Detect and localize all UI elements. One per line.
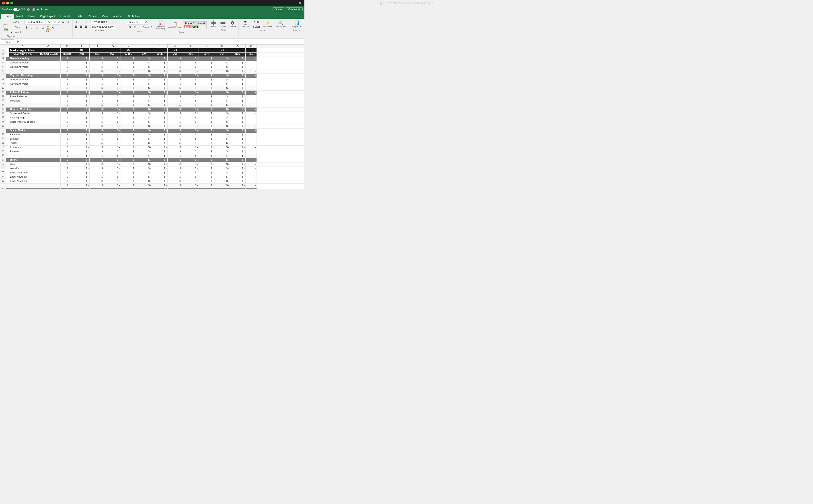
cell-28-10[interactable]: $ - xyxy=(167,175,183,179)
clear-button[interactable]: 🗑 Clear xyxy=(252,24,261,29)
cell-26-1[interactable]: Website xyxy=(9,167,36,171)
cell-12-14[interactable]: $ - xyxy=(230,108,246,112)
cell-2l[interactable]: AUG xyxy=(183,53,199,57)
cell-28-7[interactable]: $ - xyxy=(121,175,136,179)
cell-31-11[interactable]: $ - xyxy=(183,188,199,189)
col-header-p[interactable]: P xyxy=(246,45,257,48)
close-button[interactable] xyxy=(2,2,5,4)
cell-10-0[interactable] xyxy=(6,99,9,103)
align-right-button[interactable]: ☰ xyxy=(84,24,88,29)
cell-26-12[interactable]: $ - xyxy=(199,167,215,171)
cell-25-13[interactable]: $ - xyxy=(215,163,230,167)
cell-31-8[interactable]: $ - xyxy=(136,188,152,189)
col-header-f[interactable]: F xyxy=(90,45,105,48)
cell-7-11[interactable]: $ - xyxy=(183,86,199,90)
cell-31-13[interactable]: $ - xyxy=(215,188,230,189)
cell-5-0[interactable] xyxy=(6,78,9,82)
cell-24-10[interactable]: $ - xyxy=(167,158,183,162)
cell-reference-input[interactable] xyxy=(1,39,14,44)
cell-8-9[interactable]: $ - xyxy=(152,91,167,95)
cell-21-15[interactable]: - xyxy=(246,146,257,150)
cell-17-9[interactable]: $ - xyxy=(152,129,167,133)
cell-5-14[interactable]: $ - xyxy=(230,78,246,82)
cell-18-14[interactable]: $ - xyxy=(230,133,246,137)
cell-17-11[interactable]: $ - xyxy=(183,129,199,133)
col-header-l[interactable]: L xyxy=(183,45,199,48)
cell-12-2[interactable] xyxy=(36,108,61,112)
increase-font-button[interactable]: A+ xyxy=(61,20,66,24)
cell-29-14[interactable]: $ - xyxy=(230,179,246,183)
cell-7-4[interactable]: $ - xyxy=(74,86,90,90)
cell-15-3[interactable]: $ xyxy=(61,120,74,124)
cell-18-7[interactable]: $ - xyxy=(121,133,136,137)
cell-2i[interactable]: MAY xyxy=(136,53,152,57)
cell-23-6[interactable]: $ - xyxy=(105,154,121,158)
comments-button[interactable]: Comments xyxy=(286,7,303,11)
find-select-button[interactable]: 🔍 Find & Select xyxy=(274,20,288,28)
cell-8-6[interactable]: $ - xyxy=(105,91,121,95)
cell-2-8[interactable]: $ - xyxy=(136,65,152,69)
cell-16-3[interactable]: $ xyxy=(61,124,74,128)
cell-0-3[interactable]: $ xyxy=(61,57,74,61)
cell-28-5[interactable]: $ - xyxy=(90,175,105,179)
cell-6-3[interactable]: $ xyxy=(61,82,74,86)
cell-0-14[interactable]: $ - xyxy=(230,57,246,61)
cell-20-10[interactable]: $ - xyxy=(167,141,183,145)
cell-8-15[interactable]: - xyxy=(246,91,257,95)
cell-1h[interactable]: Q2 xyxy=(121,48,136,52)
cell-25-15[interactable]: - xyxy=(246,163,257,167)
cell-30-8[interactable]: $ - xyxy=(136,184,152,188)
cell-11-8[interactable]: $ - xyxy=(136,103,152,107)
cell-25-2[interactable] xyxy=(36,163,61,167)
cell-31-7[interactable]: $ - xyxy=(121,188,136,189)
cell-31-10[interactable]: $ - xyxy=(167,188,183,189)
cell-24-15[interactable]: - xyxy=(246,158,257,162)
cell-4-13[interactable]: $ - xyxy=(215,74,230,78)
cell-9-10[interactable]: $ - xyxy=(167,95,183,99)
cell-11-2[interactable] xyxy=(36,103,61,107)
cell-5-10[interactable]: $ - xyxy=(167,78,183,82)
cell-2-15[interactable]: - xyxy=(246,65,257,69)
cell-16-15[interactable]: - xyxy=(246,124,257,128)
cell-6-6[interactable]: $ - xyxy=(105,82,121,86)
col-header-m[interactable]: M xyxy=(199,45,215,48)
cell-16-4[interactable]: $ - xyxy=(74,124,90,128)
autosum-button[interactable]: Σ AutoSum xyxy=(240,20,251,29)
cell-22-5[interactable]: $ - xyxy=(90,150,105,154)
cell-0-4[interactable]: $ - xyxy=(74,57,90,61)
cell-7-8[interactable]: $ - xyxy=(136,86,152,90)
cell-2-9[interactable]: $ - xyxy=(152,65,167,69)
cell-29-3[interactable]: $ xyxy=(61,179,74,183)
cell-22-1[interactable]: Pinterest xyxy=(9,150,36,154)
cell-21-12[interactable]: $ - xyxy=(199,146,215,150)
cell-3-10[interactable]: $ - xyxy=(167,69,183,73)
cell-6-10[interactable]: $ - xyxy=(167,82,183,86)
cell-9-4[interactable]: $ - xyxy=(74,95,90,99)
cell-28-8[interactable]: $ - xyxy=(136,175,152,179)
undo-icon[interactable]: ↩ xyxy=(37,8,39,11)
underline-button[interactable]: U xyxy=(34,25,39,30)
cell-4-8[interactable]: $ - xyxy=(136,74,152,78)
cell-26-14[interactable]: $ - xyxy=(230,167,246,171)
cell-6-1[interactable]: Google AdWords xyxy=(9,82,36,86)
cell-17-15[interactable]: - xyxy=(246,129,257,133)
cell-25-8[interactable]: $ - xyxy=(136,163,152,167)
cell-21-5[interactable]: $ - xyxy=(90,146,105,150)
cell-14-0[interactable] xyxy=(6,116,9,120)
currency-button[interactable]: $ xyxy=(128,25,132,30)
cell-14-5[interactable]: $ - xyxy=(90,116,105,120)
normal-style[interactable]: Normal xyxy=(196,22,206,25)
cell-8-2[interactable] xyxy=(36,91,61,95)
cell-13-9[interactable]: $ - xyxy=(152,112,167,116)
cell-7-3[interactable]: $ xyxy=(61,86,74,90)
cell-16-8[interactable]: $ - xyxy=(136,124,152,128)
cell-11-13[interactable]: $ - xyxy=(215,103,230,107)
cell-31-4[interactable]: $ - xyxy=(74,188,90,189)
cell-9-6[interactable]: $ - xyxy=(105,95,121,99)
cell-24-1[interactable]: Online xyxy=(9,158,36,162)
cell-8-1[interactable]: Public Relations xyxy=(9,91,36,95)
cell-11-15[interactable]: - xyxy=(246,103,257,107)
cell-10-13[interactable]: $ - xyxy=(215,99,230,103)
cell-5-11[interactable]: $ - xyxy=(183,78,199,82)
cell-17-2[interactable] xyxy=(36,129,61,133)
